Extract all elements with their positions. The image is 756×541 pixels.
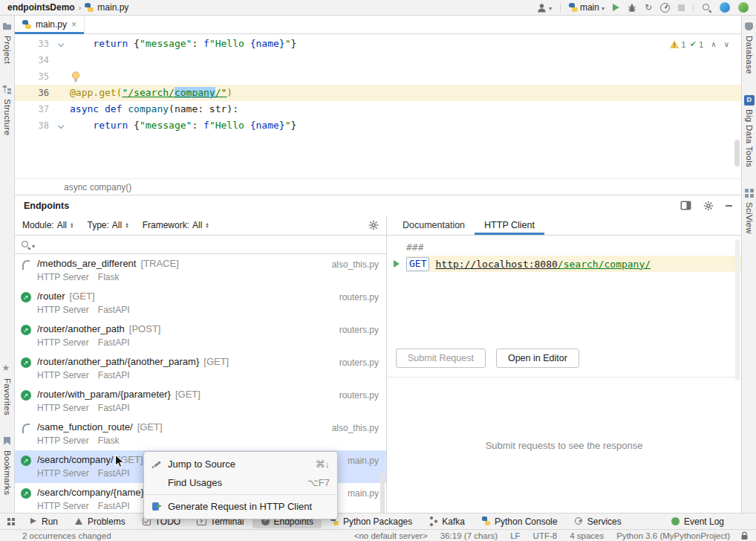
filter-select[interactable]: Module: All (22, 220, 74, 230)
request-url-path[interactable]: /search/company/ (558, 259, 651, 270)
client-scrollbar[interactable] (735, 239, 740, 380)
endpoint-row[interactable]: /router [GET] HTTP Server FastAPI router… (15, 287, 386, 320)
status-item[interactable]: 4 spaces (570, 531, 604, 540)
coverage-button[interactable] (645, 2, 652, 13)
toolwindow-button[interactable]: Favorites (2, 364, 13, 415)
fold-icon[interactable] (58, 41, 64, 47)
toolwindow-tab-event-log[interactable]: Event Log (662, 515, 732, 528)
request-url-host[interactable]: http://localhost:8080 (435, 259, 557, 270)
search-input[interactable] (36, 237, 380, 252)
toolwindow-button[interactable]: Database (744, 22, 755, 74)
previous-issue-icon[interactable]: ∧ (711, 40, 716, 48)
toolwindow-tab-label: Run (42, 516, 58, 527)
code-line[interactable]: 33 return {"message": f"Hello {name}"} (15, 36, 741, 52)
gutter (53, 52, 70, 68)
gear-icon[interactable] (703, 201, 714, 211)
endpoint-row[interactable]: /router/another_path/{another_param} [GE… (15, 352, 386, 385)
endpoint-path: /same_function_route/ (37, 421, 133, 433)
toolwindow-tab[interactable]: Run (20, 515, 66, 528)
http-request-editor[interactable]: ### GET http://localhost:8080/search/com… (387, 236, 741, 377)
code-with-me-icon[interactable] (720, 2, 730, 13)
code-token: (name: str): (169, 103, 238, 114)
passed-chip[interactable]: 1 (690, 39, 704, 49)
search-everywhere-button[interactable] (702, 3, 711, 13)
editor-tab[interactable]: main.py × (15, 16, 85, 33)
client-tab[interactable]: Documentation (393, 216, 475, 235)
inspections-widget[interactable]: 1 1 ∧ ∨ (670, 39, 729, 49)
code-text (70, 52, 741, 68)
whats-new-icon[interactable] (738, 2, 749, 13)
stop-button[interactable] (678, 4, 685, 11)
endpoint-info: /same_function_route/ [GET] HTTP Server … (37, 421, 326, 450)
debug-button[interactable] (628, 3, 636, 13)
code-line[interactable]: 35 (15, 68, 741, 85)
submit-request-button[interactable]: Submit Request (396, 349, 486, 368)
menu-item[interactable]: Jump to Source ⌘↓ (144, 455, 337, 473)
code-line[interactable]: 38 return {"message": f"Hello {name}"} (15, 117, 741, 134)
lock-button[interactable] (740, 531, 749, 540)
status-item[interactable]: Python 3.6 (MyPythonProject) (616, 531, 730, 540)
editor-breadcrumbs[interactable]: async company() (15, 178, 741, 195)
toolwindow-button[interactable]: Project (2, 22, 13, 64)
run-request-icon[interactable] (394, 260, 400, 268)
endpoint-info: /router/another_path/{another_param} [GE… (37, 356, 333, 385)
gutter (53, 36, 70, 52)
layout-icon[interactable] (680, 201, 691, 210)
status-item[interactable]: <no default server> (354, 531, 428, 540)
hide-panel-icon[interactable] (726, 205, 732, 207)
endpoint-framework: FastAPI (98, 337, 130, 351)
code-text (70, 68, 741, 85)
status-item[interactable]: 36:19 (7 chars) (440, 531, 498, 540)
endpoint-row[interactable]: /router/another_path [POST] HTTP Server … (15, 320, 386, 352)
toolwindow-switcher-icon[interactable] (6, 516, 16, 526)
user-account-button[interactable] (537, 2, 552, 13)
open-in-editor-button[interactable]: Open in Editor (496, 349, 579, 368)
filter-select[interactable]: Type: All (88, 220, 129, 230)
toolwindow-tab[interactable]: Services (566, 515, 630, 528)
code-line[interactable]: 36 @app.get("/search/company/") (15, 85, 741, 101)
toolwindow-button[interactable]: Bookmarks (2, 436, 13, 495)
profiler-button[interactable] (660, 3, 670, 13)
breadcrumb-separator-icon: › (79, 3, 82, 12)
code-editor[interactable]: 33 return {"message": f"Hello {name}"} 3… (15, 34, 741, 178)
run-config-select[interactable]: main (569, 2, 605, 13)
intention-bulb-icon[interactable] (71, 71, 80, 82)
next-issue-icon[interactable]: ∨ (724, 40, 729, 48)
menu-item[interactable]: Find Usages ⌥F7 (144, 473, 337, 492)
toolwindow-button[interactable]: Structure (2, 85, 13, 135)
breadcrumb-file[interactable]: main.py (97, 2, 128, 13)
endpoint-row[interactable]: /methods_are_different [TRACE] HTTP Serv… (15, 254, 386, 287)
request-separator: ### (406, 242, 423, 253)
status-item[interactable]: UTF-8 (533, 531, 558, 540)
breadcrumb-project[interactable]: endpointsDemo (7, 2, 75, 13)
code-token: ) (227, 87, 232, 98)
fold-icon[interactable] (58, 123, 64, 129)
close-tab-icon[interactable]: × (71, 19, 76, 30)
filter-settings-button[interactable] (368, 220, 379, 230)
run-button[interactable] (613, 4, 619, 11)
menu-item[interactable]: Generate Request in HTTP Client (144, 497, 337, 516)
code-line[interactable]: 37 async def company(name: str): (15, 101, 741, 117)
status-item[interactable]: LF (510, 531, 520, 540)
warnings-chip[interactable]: 1 (670, 40, 685, 49)
endpoint-search-bar[interactable] (15, 236, 386, 254)
editor-scrollbar[interactable] (734, 140, 740, 166)
menu-separator (145, 494, 336, 495)
updown-arrows-icon (205, 222, 209, 229)
client-tab[interactable]: HTTP Client (475, 216, 544, 235)
request-line[interactable]: GET http://localhost:8080/search/company… (387, 256, 741, 272)
code-line[interactable]: 34 (15, 52, 741, 68)
endpoint-row[interactable]: /router/with_param/{parameter} [GET] HTT… (15, 385, 386, 418)
filter-select[interactable]: Framework: All (143, 220, 209, 230)
search-options-caret-icon[interactable] (32, 239, 35, 250)
request-url[interactable]: http://localhost:8080/search/company/ (435, 259, 651, 270)
toolwindow-tab[interactable]: Kafka (420, 515, 473, 528)
toolwindow-tab[interactable]: Python Console (473, 515, 566, 528)
toolwindow-tab[interactable]: Problems (66, 515, 134, 528)
toolwindow-button[interactable]: Big Data Tools (744, 95, 755, 167)
toolwindow-button[interactable]: SciView (744, 188, 755, 234)
endpoint-row[interactable]: /same_function_route/ [GET] HTTP Server … (15, 418, 386, 450)
star-icon (2, 364, 13, 375)
breadcrumb-function[interactable]: async company() (64, 182, 131, 192)
chevron-down-icon (549, 2, 552, 13)
